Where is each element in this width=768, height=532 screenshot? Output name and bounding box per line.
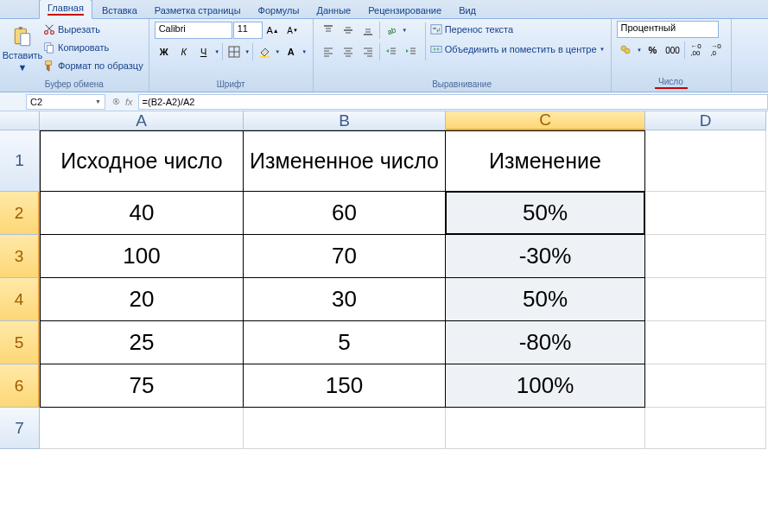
cell-c1[interactable]: Изменение bbox=[446, 130, 645, 192]
font-name-select[interactable]: Calibri bbox=[155, 22, 232, 39]
cell-c3[interactable]: -30% bbox=[446, 235, 645, 278]
comma-button[interactable]: 000 bbox=[663, 41, 682, 60]
align-top-button[interactable] bbox=[319, 21, 338, 40]
tab-data[interactable]: Данные bbox=[308, 3, 359, 18]
cell-c7[interactable] bbox=[446, 408, 645, 449]
cell-d6[interactable] bbox=[645, 364, 766, 408]
row-header-5[interactable]: 5 bbox=[0, 321, 40, 364]
wrap-text-label: Перенос текста bbox=[445, 24, 514, 35]
tab-review[interactable]: Рецензирование bbox=[360, 3, 449, 18]
merge-center-button[interactable]: Объединить и поместить в центре ▼ bbox=[430, 41, 606, 58]
copy-icon bbox=[43, 41, 55, 54]
chevron-down-icon[interactable]: ▼ bbox=[275, 49, 281, 54]
decrease-decimal-button[interactable]: →0,0 bbox=[707, 41, 726, 60]
font-size-select[interactable]: 11 bbox=[233, 22, 263, 39]
cell-c4[interactable]: 50% bbox=[446, 278, 645, 321]
svg-point-4 bbox=[51, 31, 54, 35]
cell-d4[interactable] bbox=[645, 278, 766, 321]
col-header-b[interactable]: B bbox=[244, 111, 446, 130]
cell-c5[interactable]: -80% bbox=[446, 321, 645, 364]
ribbon-tabs: Главная Вставка Разметка страницы Формул… bbox=[0, 0, 768, 19]
orientation-button[interactable]: ab bbox=[382, 21, 401, 40]
chevron-down-icon: ▼ bbox=[600, 47, 606, 52]
increase-indent-button[interactable] bbox=[402, 42, 421, 61]
chevron-down-icon[interactable]: ▼ bbox=[402, 28, 408, 33]
cell-d5[interactable] bbox=[645, 321, 766, 364]
format-painter-button[interactable]: Формат по образцу bbox=[43, 57, 143, 74]
cell-b2[interactable]: 60 bbox=[244, 192, 446, 235]
cell-b4[interactable]: 30 bbox=[244, 278, 446, 321]
formula-input[interactable]: =(B2-A2)/A2 bbox=[138, 94, 768, 110]
percent-button[interactable]: % bbox=[644, 41, 663, 60]
row-header-2[interactable]: 2 bbox=[0, 192, 40, 235]
cell-a1[interactable]: Исходное число bbox=[40, 130, 244, 192]
row-header-6[interactable]: 6 bbox=[0, 364, 40, 408]
chevron-down-icon[interactable]: ▼ bbox=[244, 49, 251, 54]
col-header-d[interactable]: D bbox=[645, 111, 766, 130]
cell-b1[interactable]: Измененное число bbox=[244, 130, 446, 192]
underline-button[interactable]: Ч bbox=[194, 42, 213, 61]
fx-dropdown-icon[interactable]: ⦿ bbox=[112, 98, 120, 106]
decrease-indent-button[interactable] bbox=[382, 42, 401, 61]
chevron-down-icon[interactable]: ▼ bbox=[214, 49, 220, 54]
fill-color-button[interactable] bbox=[255, 42, 274, 61]
tab-page-layout[interactable]: Разметка страницы bbox=[147, 3, 249, 18]
cell-b7[interactable] bbox=[244, 408, 446, 449]
copy-button[interactable]: Копировать bbox=[43, 39, 143, 56]
bold-button[interactable]: Ж bbox=[155, 42, 174, 61]
spreadsheet-grid[interactable]: A B C D 1 Исходное число Измененное числ… bbox=[0, 111, 768, 449]
cell-d2[interactable] bbox=[645, 192, 766, 235]
formula-bar: C2 ▼ ⦿ fx =(B2-A2)/A2 bbox=[0, 92, 768, 111]
cut-button[interactable]: Вырезать bbox=[43, 21, 143, 38]
align-left-icon bbox=[322, 46, 334, 58]
tab-view[interactable]: Вид bbox=[451, 3, 484, 18]
fx-label[interactable]: fx bbox=[125, 97, 133, 107]
tab-insert[interactable]: Вставка bbox=[94, 3, 145, 18]
col-header-c[interactable]: C bbox=[446, 111, 645, 130]
decrease-font-button[interactable]: A▼ bbox=[283, 21, 302, 40]
col-header-a[interactable]: A bbox=[40, 111, 244, 130]
wrap-text-button[interactable]: ab Перенос текста bbox=[430, 21, 606, 38]
cell-c6[interactable]: 100% bbox=[446, 364, 645, 408]
cell-a7[interactable] bbox=[40, 408, 244, 449]
row-header-7[interactable]: 7 bbox=[0, 408, 40, 449]
currency-button[interactable] bbox=[617, 41, 636, 60]
svg-point-3 bbox=[45, 31, 48, 35]
cell-b6[interactable]: 150 bbox=[244, 364, 446, 408]
font-color-button[interactable]: A bbox=[282, 42, 301, 61]
number-format-select[interactable]: Процентный bbox=[617, 21, 719, 38]
cell-d1[interactable] bbox=[645, 130, 766, 192]
cell-b5[interactable]: 5 bbox=[244, 321, 446, 364]
cell-c2[interactable]: 50% bbox=[446, 192, 645, 235]
align-right-button[interactable] bbox=[359, 42, 378, 61]
cell-a3[interactable]: 100 bbox=[40, 235, 244, 278]
increase-decimal-button[interactable]: ←0,00 bbox=[687, 41, 706, 60]
increase-font-button[interactable]: A▲ bbox=[263, 21, 282, 40]
cell-a5[interactable]: 25 bbox=[40, 321, 244, 364]
cell-a2[interactable]: 40 bbox=[40, 192, 244, 235]
row-header-4[interactable]: 4 bbox=[0, 278, 40, 321]
align-left-button[interactable] bbox=[319, 42, 338, 61]
scissors-icon bbox=[43, 23, 55, 35]
group-title-alignment: Выравнивание bbox=[319, 78, 606, 92]
cell-b3[interactable]: 70 bbox=[244, 235, 446, 278]
name-box[interactable]: C2 ▼ bbox=[26, 94, 105, 110]
cell-a4[interactable]: 20 bbox=[40, 278, 244, 321]
row-header-1[interactable]: 1 bbox=[0, 130, 40, 192]
row-header-3[interactable]: 3 bbox=[0, 235, 40, 278]
align-bottom-button[interactable] bbox=[359, 21, 378, 40]
paste-button[interactable]: Вставить ▼ bbox=[5, 21, 40, 78]
align-center-button[interactable] bbox=[339, 42, 358, 61]
cell-a6[interactable]: 75 bbox=[40, 364, 244, 408]
cell-d7[interactable] bbox=[645, 408, 766, 449]
tab-home[interactable]: Главная bbox=[39, 0, 92, 19]
cell-d3[interactable] bbox=[645, 235, 766, 278]
select-all-corner[interactable] bbox=[0, 111, 40, 130]
italic-button[interactable]: К bbox=[175, 42, 194, 61]
tab-formulas[interactable]: Формулы bbox=[251, 3, 308, 18]
align-middle-button[interactable] bbox=[339, 21, 358, 40]
borders-button[interactable] bbox=[225, 42, 244, 61]
chevron-down-icon[interactable]: ▼ bbox=[637, 48, 643, 53]
group-alignment: ab ▼ ab Перенос текста bbox=[314, 19, 612, 92]
chevron-down-icon[interactable]: ▼ bbox=[301, 49, 308, 54]
